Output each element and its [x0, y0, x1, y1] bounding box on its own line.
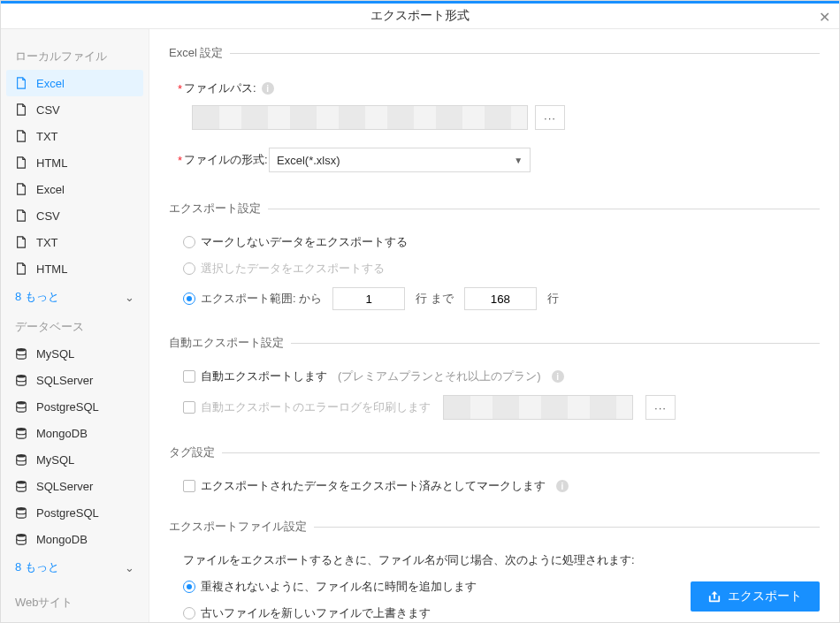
sidebar-item-label: TXT [36, 130, 58, 143]
sidebar-item-label: TXT [36, 236, 58, 249]
check-auto-errorlog[interactable]: 自動エクスポートのエラーログを印刷します ··· [169, 390, 820, 425]
database-icon [15, 532, 27, 546]
radio-range[interactable]: エクスポート範囲: から 行 まで 行 [169, 282, 820, 315]
filepath-input[interactable] [192, 105, 528, 130]
chevron-down-icon: ⌄ [125, 291, 134, 304]
footer: エクスポート [691, 581, 820, 612]
sidebar-local-more[interactable]: 8 もっと ⌄ [6, 282, 143, 312]
sidebar-section-web: Webサイト [6, 588, 143, 616]
sidebar-item-label: MongoDB [36, 427, 88, 440]
sidebar-item-sqlserver[interactable]: SQLServer [6, 473, 143, 499]
check-label: エクスポートされたデータをエクスポート済みとしてマークします [201, 478, 546, 494]
format-select[interactable]: Excel(*.xlsx) ▼ [269, 148, 531, 172]
file-icon [15, 76, 27, 90]
browse-button[interactable]: ··· [645, 395, 676, 420]
svg-point-5 [17, 481, 27, 484]
sidebar-item-label: Excel [36, 183, 65, 196]
svg-point-0 [17, 348, 27, 352]
info-icon[interactable]: i [262, 82, 274, 95]
radio-label: 選択したデータをエクスポートする [201, 261, 385, 277]
file-icon [15, 182, 27, 196]
svg-point-2 [17, 401, 27, 405]
browse-button[interactable]: ··· [535, 105, 565, 130]
dialog-title: エクスポート形式 [370, 8, 470, 24]
sidebar-item-sqlserver[interactable]: SQLServer [6, 367, 143, 393]
group-excel-settings: Excel 設定 * ファイルパス: i ··· * ファイルの形式: Exce… [169, 45, 820, 181]
sidebar-item-mysql[interactable]: MySQL [6, 340, 143, 367]
checkbox-icon [183, 370, 195, 383]
sidebar-section-local: ローカルファイル [6, 42, 143, 70]
sidebar-item-label: CSV [36, 209, 60, 223]
check-label: 自動エクスポートのエラーログを印刷します [201, 399, 431, 415]
database-icon [15, 479, 27, 493]
close-icon[interactable]: ✕ [819, 9, 830, 26]
checkbox-icon [183, 480, 195, 492]
range-to-input[interactable] [464, 287, 537, 310]
legend-file: エクスポートファイル設定 [169, 519, 314, 535]
info-icon[interactable]: i [552, 370, 564, 383]
hint: (プレミアムプランとそれ以上のプラン) [338, 368, 541, 384]
sidebar-item-excel[interactable]: Excel [6, 176, 143, 202]
sidebar-db-more[interactable]: 8 もっと ⌄ [6, 552, 143, 582]
sidebar-item-postgresql[interactable]: PostgreSQL [6, 499, 143, 526]
more-label: 8 もっと [15, 289, 59, 305]
desc-text: ファイルをエクスポートするときに、ファイル名が同じ場合、次のように処理されます: [183, 552, 635, 568]
sidebar: ローカルファイル ExcelCSVTXTHTMLExcelCSVTXTHTML … [1, 29, 149, 622]
sidebar-item-mysql[interactable]: MySQL [6, 446, 143, 473]
sidebar-item-postgresql[interactable]: PostgreSQL [6, 393, 143, 420]
required-marker: * [178, 82, 182, 95]
sidebar-item-label: Excel [36, 77, 65, 90]
svg-point-1 [17, 375, 27, 378]
svg-point-6 [17, 507, 27, 511]
radio-icon [183, 293, 195, 305]
sidebar-item-label: MySQL [36, 347, 74, 361]
legend-excel: Excel 設定 [169, 45, 230, 61]
sidebar-item-csv[interactable]: CSV [6, 96, 143, 123]
file-icon [15, 262, 27, 276]
check-mark-exported[interactable]: エクスポートされたデータをエクスポート済みとしてマークします i [169, 473, 820, 499]
checkbox-icon [183, 401, 195, 414]
sidebar-item-html[interactable]: HTML [6, 149, 143, 176]
sidebar-item-excel[interactable]: Excel [6, 70, 143, 96]
sidebar-item-csv[interactable]: CSV [6, 202, 143, 229]
radio-label: 重複されないように、ファイル名に時間を追加します [201, 579, 477, 595]
sidebar-item-label: PostgreSQL [36, 506, 99, 520]
chevron-down-icon: ⌄ [125, 561, 134, 574]
file-icon [15, 129, 27, 143]
info-icon[interactable]: i [556, 480, 569, 492]
main-panel: Excel 設定 * ファイルパス: i ··· * ファイルの形式: Exce… [149, 29, 839, 622]
sidebar-item-html[interactable]: HTML [6, 255, 143, 282]
file-icon [15, 209, 27, 223]
sidebar-item-label: SQLServer [36, 374, 93, 387]
sidebar-item-mongodb[interactable]: MongoDB [6, 420, 143, 446]
svg-point-4 [17, 454, 27, 458]
sidebar-item-label: MongoDB [36, 533, 88, 546]
radio-icon [183, 607, 195, 619]
sidebar-item-label: PostgreSQL [36, 400, 99, 414]
sidebar-item-label: HTML [36, 262, 67, 276]
caret-down-icon: ▼ [514, 156, 523, 165]
sidebar-item-label: HTML [36, 156, 67, 170]
range-mid1: 行 まで [416, 291, 454, 307]
sidebar-item-txt[interactable]: TXT [6, 123, 143, 149]
group-auto-export: 自動エクスポート設定 自動エクスポートします (プレミアムプランとそれ以上のプラ… [169, 335, 820, 425]
database-icon [15, 426, 27, 440]
range-from-input[interactable] [332, 287, 405, 310]
sidebar-item-mongodb[interactable]: MongoDB [6, 526, 143, 552]
export-icon [708, 590, 721, 603]
file-icon [15, 235, 27, 249]
export-button[interactable]: エクスポート [691, 581, 820, 612]
check-auto-export[interactable]: 自動エクスポートします (プレミアムプランとそれ以上のプラン) i [169, 363, 820, 390]
sidebar-item-txt[interactable]: TXT [6, 229, 143, 255]
group-export-settings: エクスポート設定 マークしないデータをエクスポートする 選択したデータをエクスポ… [169, 201, 820, 315]
export-dialog: エクスポート形式 ✕ ローカルファイル ExcelCSVTXTHTMLExcel… [0, 0, 840, 623]
format-value: Excel(*.xlsx) [277, 154, 340, 167]
errorlog-path-input[interactable] [443, 395, 633, 420]
filepath-label: ファイルパス: [184, 80, 256, 96]
radio-label: 古いファイルを新しいファイルで上書きます [201, 605, 431, 621]
database-icon [15, 505, 27, 520]
radio-label: マークしないデータをエクスポートする [201, 234, 408, 250]
export-button-label: エクスポート [728, 589, 802, 604]
radio-selected[interactable]: 選択したデータをエクスポートする [169, 255, 820, 282]
radio-unmarked[interactable]: マークしないデータをエクスポートする [169, 229, 820, 255]
